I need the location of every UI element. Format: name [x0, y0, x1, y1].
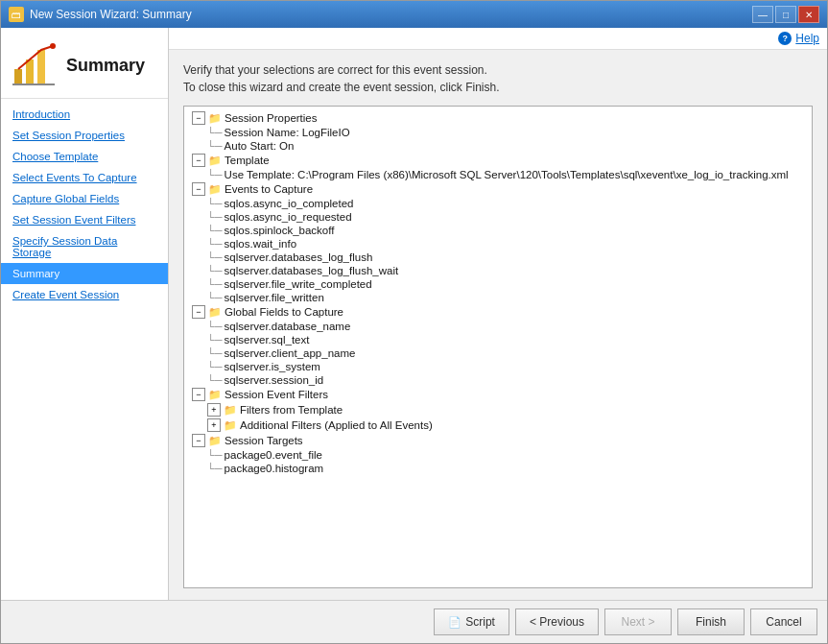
tree-item: └─sqlserver.client_app_name: [188, 346, 808, 360]
tree-connector: └─: [207, 347, 223, 359]
tree-item-label: sqlos.wait_info: [225, 238, 296, 250]
sidebar-item-choose-template[interactable]: Choose Template: [1, 146, 168, 167]
tree-item-label: Use Template: C:\Program Files (x86)\Mic…: [225, 169, 789, 180]
next-button[interactable]: Next >: [604, 608, 672, 635]
section-label: Session Event Filters: [225, 389, 328, 400]
tree-section: − 📁 Session Properties: [188, 110, 808, 126]
tree-item-label: Auto Start: On: [225, 140, 295, 152]
title-bar-controls: — □ ✕: [752, 6, 819, 23]
finish-button[interactable]: Finish: [677, 608, 745, 635]
tree-item: └─package0.histogram: [188, 462, 808, 475]
expand-icon[interactable]: +: [207, 418, 221, 432]
restore-button[interactable]: □: [775, 6, 796, 23]
sidebar-title: Summary: [66, 56, 145, 76]
tree-connector: └─: [207, 169, 223, 180]
section-label: Events to Capture: [225, 183, 313, 195]
tree-item-label: Filters from Template: [240, 404, 343, 416]
tree-item: └─sqlos.async_io_completed: [188, 197, 808, 210]
tree-item-label: sqlserver.client_app_name: [225, 347, 356, 359]
title-bar-left: 🗃 New Session Wizard: Summary: [9, 7, 192, 22]
help-link[interactable]: ? Help: [778, 32, 819, 45]
collapse-icon[interactable]: −: [192, 182, 205, 196]
section-label: Template: [225, 155, 270, 166]
tree-item-label: sqlserver.is_system: [225, 361, 320, 372]
sidebar: Summary IntroductionSet Session Properti…: [1, 28, 169, 600]
sidebar-item-create-event-session[interactable]: Create Event Session: [1, 284, 168, 305]
sidebar-item-summary[interactable]: Summary: [1, 263, 168, 284]
tree-section: − 📁 Global Fields to Capture: [188, 304, 808, 320]
tree-item: + 📁Additional Filters (Applied to All Ev…: [188, 417, 808, 433]
tree-item-label: sqlserver.databases_log_flush_wait: [225, 265, 399, 276]
collapse-icon[interactable]: −: [192, 388, 205, 401]
tree-connector: └─: [207, 292, 223, 303]
tree-item-label: package0.event_file: [225, 449, 322, 461]
tree-connector: └─: [207, 463, 223, 474]
tree-item: └─Use Template: C:\Program Files (x86)\M…: [188, 168, 808, 181]
sidebar-item-capture-global-fields[interactable]: Capture Global Fields: [1, 188, 168, 209]
collapse-icon[interactable]: −: [192, 305, 205, 319]
sidebar-item-specify-session-data-storage[interactable]: Specify Session Data Storage: [1, 230, 168, 263]
main-window: 🗃 New Session Wizard: Summary — □ ✕: [0, 0, 828, 644]
svg-rect-1: [26, 60, 34, 84]
collapse-icon[interactable]: −: [192, 154, 205, 167]
cancel-button[interactable]: Cancel: [750, 608, 817, 635]
tree-item: └─sqlos.spinlock_backoff: [188, 224, 808, 237]
close-button[interactable]: ✕: [798, 6, 819, 23]
tree-section: − 📁 Events to Capture: [188, 181, 808, 197]
sidebar-item-set-session-event-filters[interactable]: Set Session Event Filters: [1, 209, 168, 230]
content-area: Summary IntroductionSet Session Properti…: [1, 28, 827, 600]
svg-rect-2: [37, 50, 45, 84]
script-button[interactable]: 📄 Script: [434, 608, 509, 635]
sidebar-item-introduction[interactable]: Introduction: [1, 104, 168, 125]
main-content: ? Help Verify that your selections are c…: [169, 28, 827, 600]
footer-buttons: 📄 Script < Previous Next > Finish Cancel: [1, 600, 827, 643]
tree-item: └─Auto Start: On: [188, 139, 808, 153]
tree-connector: └─: [207, 127, 223, 138]
sidebar-nav: IntroductionSet Session PropertiesChoose…: [1, 99, 168, 600]
section-label: Global Fields to Capture: [225, 306, 343, 318]
tree-item-label: sqlos.async_io_completed: [225, 198, 354, 209]
tree-item-label: sqlserver.sql_text: [225, 334, 310, 346]
description-line1: Verify that your selections are correct …: [183, 61, 813, 79]
help-question-icon: ?: [778, 32, 792, 45]
tree-section: − 📁 Template: [188, 153, 808, 168]
tree-item-label: sqlserver.file_write_completed: [225, 278, 372, 290]
description: Verify that your selections are correct …: [183, 61, 813, 96]
tree-item-label: sqlos.spinlock_backoff: [225, 225, 335, 236]
description-line2: To close this wizard and create the even…: [183, 79, 813, 96]
tree-item: └─sqlserver.databases_log_flush: [188, 250, 808, 264]
sidebar-item-set-session-properties[interactable]: Set Session Properties: [1, 125, 168, 146]
svg-rect-0: [14, 69, 22, 84]
tree-item-label: sqlserver.session_id: [225, 374, 324, 386]
tree-item: └─sqlserver.file_written: [188, 291, 808, 304]
tree-item: └─sqlserver.is_system: [188, 360, 808, 373]
tree-section: − 📁 Session Event Filters: [188, 387, 808, 402]
expand-icon[interactable]: +: [207, 403, 221, 417]
main-header: ? Help: [169, 28, 827, 50]
title-bar: 🗃 New Session Wizard: Summary — □ ✕: [1, 1, 827, 28]
tree-connector: └─: [207, 238, 223, 250]
minimize-button[interactable]: —: [752, 6, 773, 23]
tree-item-label: sqlserver.database_name: [225, 321, 351, 332]
previous-button[interactable]: < Previous: [515, 608, 599, 635]
tree-item: └─sqlos.async_io_requested: [188, 210, 808, 224]
folder-icon: 📁: [208, 183, 222, 196]
tree-item-label: sqlserver.file_written: [225, 292, 324, 303]
tree-item-label: Session Name: LogFileIO: [225, 127, 350, 138]
collapse-icon[interactable]: −: [192, 111, 205, 125]
tree-container[interactable]: − 📁 Session Properties └─Session Name: L…: [183, 106, 813, 588]
main-body: Verify that your selections are correct …: [169, 50, 827, 600]
folder-icon: 📁: [208, 112, 222, 125]
sidebar-item-select-events-to-capture[interactable]: Select Events To Capture: [1, 167, 168, 188]
folder-icon: 📁: [224, 404, 237, 417]
tree-item: └─sqlserver.database_name: [188, 320, 808, 333]
collapse-icon[interactable]: −: [192, 434, 205, 447]
tree-section: − 📁 Session Targets: [188, 433, 808, 448]
tree-connector: └─: [207, 278, 223, 290]
tree-item: └─sqlserver.sql_text: [188, 333, 808, 346]
tree-connector: └─: [207, 374, 223, 386]
tree-item-label: sqlserver.databases_log_flush: [225, 251, 373, 263]
folder-icon: 📁: [208, 155, 222, 167]
folder-icon: 📁: [224, 419, 237, 432]
tree-item: └─sqlos.wait_info: [188, 237, 808, 250]
